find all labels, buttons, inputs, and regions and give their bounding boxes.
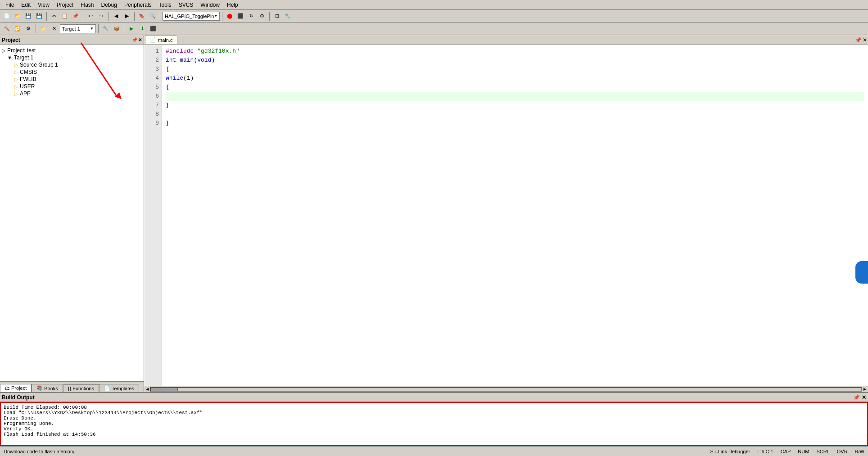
close-project-btn[interactable]: ✕ xyxy=(49,24,59,34)
build-output-header: Build Output 📌 ✕ xyxy=(0,393,868,402)
copy-btn[interactable]: 📋 xyxy=(60,11,70,21)
function-dropdown[interactable]: HAL_GPIO_TogglePin xyxy=(163,12,220,21)
build2-btn[interactable]: ▶ xyxy=(127,24,136,34)
tree-project[interactable]: ▷ Project: test xyxy=(0,47,144,54)
build-output-pin-icon[interactable]: 📌 xyxy=(853,394,860,401)
scroll-right-icon[interactable]: ▶ xyxy=(862,387,868,391)
scroll-track[interactable] xyxy=(150,387,862,392)
save-btn[interactable]: 💾 xyxy=(23,11,33,21)
settings-btn[interactable]: 🔧 xyxy=(283,11,293,21)
editor-tab-mainc-label: main.c xyxy=(158,37,172,43)
nav-next-btn[interactable]: ▶ xyxy=(122,11,132,21)
stop-btn[interactable]: ⬛ xyxy=(235,11,245,21)
menu-peripherals[interactable]: Peripherals xyxy=(121,1,155,9)
line-num-6: 6 xyxy=(147,92,159,101)
tab-books[interactable]: 📚 Books xyxy=(32,384,63,392)
build-line-1: Build Time Elapsed: 00:00:08 xyxy=(4,405,864,410)
menu-tools[interactable]: Tools xyxy=(155,1,175,9)
tree-cmsis[interactable]: ▷ CMSIS xyxy=(0,68,144,76)
bookmark-btn[interactable]: 🔖 xyxy=(137,11,147,21)
tree-source-group1[interactable]: ▷ Source Group 1 xyxy=(0,61,144,68)
open-btn[interactable]: 📂 xyxy=(13,11,23,21)
batch-build-btn[interactable]: ⚙ xyxy=(23,24,33,34)
scroll-left-icon[interactable]: ◀ xyxy=(144,387,150,391)
code-content[interactable]: #include "gd32f10x.h" int main(void) { w… xyxy=(162,45,868,386)
build-output-close-icon[interactable]: ✕ xyxy=(862,394,866,401)
download-btn[interactable]: ⬇ xyxy=(137,24,147,34)
toolbar2: 🔨 🔁 ⚙ 📁 ✕ Target 1 🔧 📦 ▶ ⬇ ⬛ xyxy=(0,23,868,35)
status-left: Download code to flash memory xyxy=(4,449,74,454)
tree-source-group-label: Source Group 1 xyxy=(20,62,58,68)
paste-btn[interactable]: 📌 xyxy=(71,11,81,21)
build-output-title: Build Output xyxy=(2,394,35,401)
menu-svcs[interactable]: SVCS xyxy=(175,1,197,9)
menu-flash[interactable]: Flash xyxy=(77,1,97,9)
sep6 xyxy=(222,12,222,21)
project-panel-header: Project 📌 ✕ xyxy=(0,35,144,45)
folder-icon: ▷ xyxy=(14,62,18,68)
tab-project[interactable]: 🗂 Project xyxy=(0,384,32,392)
tree-app[interactable]: ▷ APP xyxy=(0,90,144,97)
tree-target1[interactable]: ▼ Target 1 xyxy=(0,54,144,61)
project-pin-icon[interactable]: 📌 xyxy=(132,37,137,42)
start-debug-btn[interactable]: ⬛ xyxy=(148,24,158,34)
status-debugger: ST-Link Debugger xyxy=(710,449,750,454)
scroll-thumb[interactable] xyxy=(151,388,178,391)
tree-user[interactable]: ▷ USER xyxy=(0,83,144,90)
save-all-btn[interactable]: 💾 xyxy=(34,11,44,21)
sep7 xyxy=(269,12,270,21)
redo-btn[interactable]: ↪ xyxy=(96,11,106,21)
tab-templates[interactable]: 📄 Templates xyxy=(99,384,139,392)
find-btn[interactable]: 🔍 xyxy=(148,11,158,21)
menu-debug[interactable]: Debug xyxy=(98,1,121,9)
nav-prev-btn[interactable]: ◀ xyxy=(111,11,121,21)
debug-btn[interactable]: ⚙ xyxy=(257,11,267,21)
line-num-1: 1 xyxy=(147,47,159,56)
tab-functions-label: Functions xyxy=(72,386,94,391)
undo-btn[interactable]: ↩ xyxy=(86,11,95,21)
sep8 xyxy=(36,24,36,33)
project-close-icon[interactable]: ✕ xyxy=(138,37,142,42)
build-line-5: Verify OK. xyxy=(4,426,864,432)
tree-app-label: APP xyxy=(20,90,31,97)
line-num-4: 4 xyxy=(147,74,159,83)
build-target-btn[interactable]: 🔨 xyxy=(2,24,12,34)
menu-edit[interactable]: Edit xyxy=(18,1,34,9)
menu-window[interactable]: Window xyxy=(197,1,223,9)
windows-btn[interactable]: ⊞ xyxy=(272,11,282,21)
tab-bar-pin-icon[interactable]: 📌 xyxy=(855,37,862,43)
options-btn[interactable]: 🔧 xyxy=(101,24,111,34)
reset-btn[interactable]: ↻ xyxy=(246,11,256,21)
tab-bar-close-icon[interactable]: ✕ xyxy=(863,37,867,43)
build-output-content: Build Time Elapsed: 00:00:08 Load "C:\\U… xyxy=(0,402,868,446)
editor-tab-mainc[interactable]: 📄 main.c xyxy=(145,36,177,44)
code-line-6 xyxy=(166,92,864,101)
tree-fwlib[interactable]: ▷ FWLIB xyxy=(0,76,144,83)
editor-tab-bar-right: 📌 ✕ xyxy=(855,37,867,43)
status-position: L:6 C:1 xyxy=(757,449,773,454)
code-line-5: { xyxy=(166,83,864,92)
code-editor[interactable]: 1 2 3 4 5 6 7 8 9 #include "gd32f10x.h" … xyxy=(144,45,868,386)
rebuild-btn[interactable]: 🔁 xyxy=(13,24,23,34)
new-file-btn[interactable]: 📄 xyxy=(2,11,12,21)
target-dropdown[interactable]: Target 1 xyxy=(60,24,96,33)
code-line-9: } xyxy=(166,119,864,128)
right-panel: 📄 main.c 📌 ✕ 1 2 3 4 5 6 7 8 xyxy=(144,35,868,392)
status-right: ST-Link Debugger L:6 C:1 CAP NUM SCRL OV… xyxy=(710,449,864,454)
menu-project[interactable]: Project xyxy=(53,1,77,9)
cut-btn[interactable]: ✂ xyxy=(49,11,59,21)
menu-file[interactable]: File xyxy=(2,1,18,9)
menu-help[interactable]: Help xyxy=(223,1,242,9)
sep3 xyxy=(108,12,109,21)
run-btn[interactable]: ⬤ xyxy=(225,11,235,21)
sep1 xyxy=(46,12,47,21)
blue-circle-handle[interactable] xyxy=(855,261,868,284)
components-btn[interactable]: 📦 xyxy=(112,24,122,34)
tab-functions[interactable]: {} Functions xyxy=(63,384,99,392)
status-ovr: OVR xyxy=(837,449,848,454)
menu-view[interactable]: View xyxy=(34,1,53,9)
line-num-7: 7 xyxy=(147,101,159,110)
editor-scrollbar[interactable]: ◀ ▶ xyxy=(144,386,868,392)
status-num: NUM xyxy=(798,449,809,454)
open-project-btn[interactable]: 📁 xyxy=(38,24,48,34)
